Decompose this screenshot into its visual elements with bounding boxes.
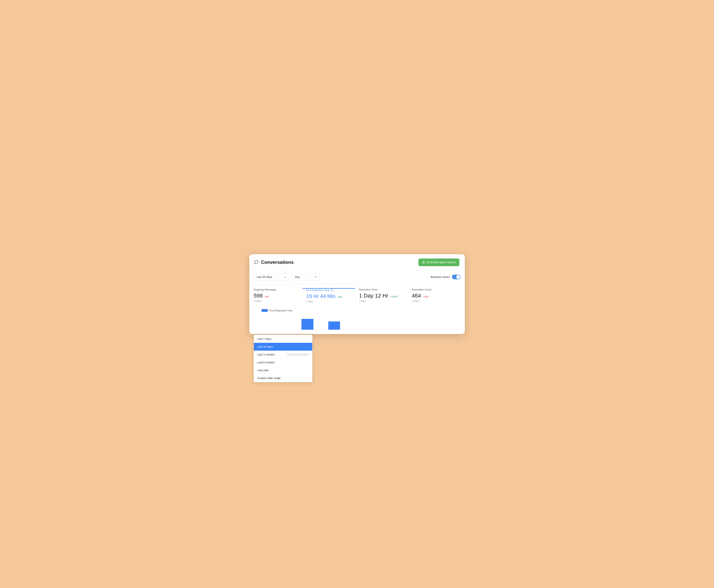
filters-row: Last 30 days ▲ Day ▼ Business Hours [250, 270, 465, 280]
stat-outgoing-value: 598 [254, 293, 263, 299]
date-range-popup: Last 7 days Last 30 days Last 3 months P… [254, 335, 312, 382]
option-label-last3m: Last 3 months [257, 353, 275, 356]
stat-first-response-value-row: 19 Hr 44 Min +9% [306, 293, 351, 299]
stat-resolution-time-value: 1 Day 12 Hr [359, 293, 388, 299]
dropdown-option-custom[interactable]: Custom date range [254, 374, 312, 382]
chart-bars [254, 314, 460, 330]
header-left: Conversations [254, 259, 294, 265]
download-button-label: Download agent reports [427, 261, 456, 264]
bar-6 [328, 321, 340, 330]
stat-resolution-time-change: +168% [390, 295, 398, 298]
conversations-icon [254, 259, 259, 265]
groupby-dropdown-wrapper: Day ▼ [292, 273, 320, 280]
stat-resolution-time-label: Resolution Time [359, 288, 404, 291]
option-label-custom: Custom date range [257, 377, 281, 380]
page-background: Conversations Download agent reports Las… [0, 0, 714, 588]
stat-first-response-value: 19 Hr 44 Min [306, 293, 336, 299]
stat-resolution-count: Resolution Count 464 -14% ( Total ) [408, 288, 460, 306]
stat-outgoing-label: Outgoing Messages [254, 288, 298, 291]
stat-resolution-time-sub: ( Avg ) [359, 300, 404, 302]
option-hint-last3m: Press enter to select [287, 353, 308, 356]
chart-area: First Response Time [250, 306, 465, 334]
stat-outgoing-change: -6% [264, 295, 269, 298]
stat-resolution-count-value: 464 [412, 293, 421, 299]
stat-first-response-label: First Response Time i [306, 289, 351, 292]
stat-resolution-count-label: Resolution Count [412, 288, 456, 291]
dropdown-option-lastyear[interactable]: Last year [254, 366, 312, 374]
main-card: Conversations Download agent reports Las… [250, 254, 465, 334]
stat-resolution-count-value-row: 464 -14% [412, 293, 456, 299]
stat-outgoing-sub: ( Total ) [254, 300, 298, 302]
option-label-last30: Last 30 days [257, 345, 273, 348]
dropdown-option-last30[interactable]: Last 30 days [254, 343, 312, 351]
date-range-arrow-icon: ▲ [284, 276, 286, 278]
stat-outgoing: Outgoing Messages 598 -6% ( Total ) [254, 288, 302, 306]
legend-label: First Response Time [269, 309, 293, 312]
card-header: Conversations Download agent reports [250, 254, 465, 270]
business-hours-toggle[interactable] [452, 275, 460, 279]
stat-resolution-count-sub: ( Total ) [412, 300, 456, 302]
stat-resolution-time: Resolution Time 1 Day 12 Hr +168% ( Avg … [355, 288, 408, 306]
groupby-dropdown[interactable]: Day ▼ [292, 273, 320, 280]
dropdown-option-last6m[interactable]: Last 6 months [254, 358, 312, 366]
groupby-arrow-icon: ▼ [315, 276, 317, 278]
business-hours-wrapper: Business Hours [431, 275, 460, 279]
stats-row: Outgoing Messages 598 -6% ( Total ) Firs… [250, 284, 465, 306]
dropdown-option-last7[interactable]: Last 7 days [254, 335, 312, 343]
date-range-dropdown-wrapper: Last 30 days ▲ [254, 273, 289, 280]
date-range-selected: Last 30 days [257, 275, 272, 278]
info-icon[interactable]: i [331, 289, 333, 291]
date-range-dropdown[interactable]: Last 30 days ▲ [254, 273, 289, 280]
business-hours-label: Business Hours [431, 275, 450, 278]
stat-resolution-time-value-row: 1 Day 12 Hr +168% [359, 293, 404, 299]
option-label-lastyear: Last year [257, 369, 269, 372]
legend-box [261, 309, 268, 312]
stat-outgoing-value-row: 598 -6% [254, 293, 298, 299]
groupby-selected: Day [295, 275, 300, 278]
stat-first-response-change: +9% [337, 296, 342, 298]
page-title: Conversations [261, 259, 294, 265]
stat-first-response-sub: ( Avg ) [306, 300, 351, 303]
chart-legend: First Response Time [254, 309, 460, 312]
download-button[interactable]: Download agent reports [418, 258, 459, 266]
dropdown-option-last3m[interactable]: Last 3 months Press enter to select [254, 351, 312, 358]
bar-4 [301, 319, 313, 330]
option-label-last7: Last 7 days [257, 337, 272, 340]
option-label-last6m: Last 6 months [257, 361, 275, 364]
download-icon [422, 260, 425, 264]
stat-first-response: First Response Time i 19 Hr 44 Min +9% (… [302, 288, 355, 306]
stat-resolution-count-change: -14% [423, 295, 428, 298]
